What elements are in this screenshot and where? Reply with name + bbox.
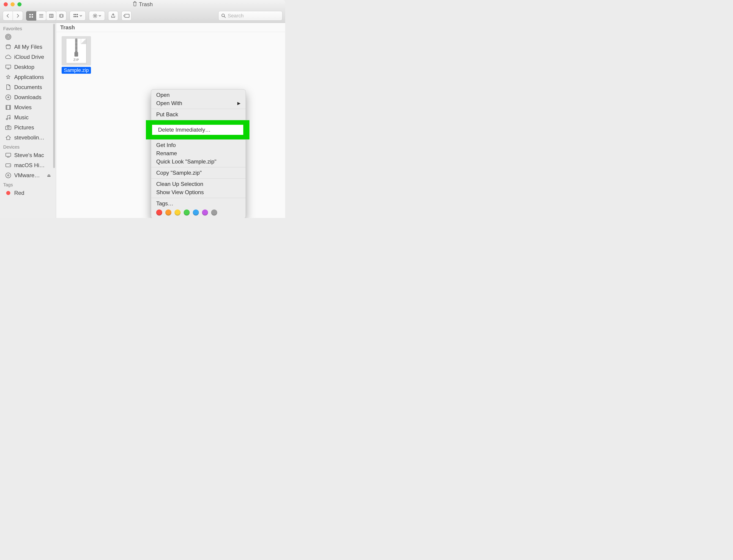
- share-icon: [111, 13, 116, 18]
- tag-color-orange[interactable]: [165, 209, 171, 215]
- svg-rect-15: [77, 14, 78, 15]
- view-icons-button[interactable]: [26, 11, 36, 21]
- path-header: Trash: [56, 23, 285, 32]
- tag-color-purple[interactable]: [202, 209, 208, 215]
- sidebar-item-label: VMware…: [14, 172, 40, 179]
- svg-point-48: [8, 175, 9, 176]
- context-menu: Open Open With ▶ Put Back X Empty Trash …: [151, 89, 246, 218]
- sidebar-item-music[interactable]: Music: [0, 112, 53, 122]
- sidebar-item-downloads[interactable]: Downloads: [0, 92, 53, 102]
- chevron-down-icon: [79, 15, 82, 17]
- all-my-files-icon: [5, 43, 12, 51]
- sidebar-item-all-my-files[interactable]: All My Files: [0, 42, 53, 52]
- sidebar-item-label: Steve's Mac: [14, 152, 44, 158]
- menu-tag-colors: [151, 208, 245, 217]
- forward-button[interactable]: [13, 11, 23, 21]
- tags-button[interactable]: [121, 11, 131, 21]
- menu-item-view-options[interactable]: Show View Options: [151, 188, 245, 196]
- chevron-down-icon: [98, 15, 101, 17]
- window-title-text: Trash: [139, 1, 152, 8]
- sidebar-item-label: Documents: [14, 84, 42, 90]
- file-name-label[interactable]: Sample.zip: [62, 67, 91, 74]
- view-columns-button[interactable]: [46, 11, 56, 21]
- sidebar-item-label: All My Files: [14, 44, 42, 50]
- sidebar-item-airdrop[interactable]: [0, 32, 53, 42]
- tag-color-green[interactable]: [184, 209, 190, 215]
- file-item-sample-zip[interactable]: ZIP Sample.zip: [60, 36, 92, 74]
- menu-item-rename[interactable]: Rename: [151, 149, 245, 158]
- search-field[interactable]: Search: [218, 11, 282, 21]
- svg-rect-14: [75, 14, 76, 15]
- tag-color-red[interactable]: [156, 209, 162, 215]
- svg-point-39: [6, 118, 8, 120]
- svg-rect-43: [6, 153, 11, 156]
- home-icon: [5, 134, 12, 141]
- airdrop-icon: [5, 33, 12, 41]
- svg-rect-2: [29, 16, 31, 18]
- svg-point-40: [9, 118, 10, 119]
- minimize-window-button[interactable]: [11, 2, 15, 6]
- menu-item-tags[interactable]: Tags…: [151, 199, 245, 208]
- pictures-icon: [5, 124, 12, 131]
- sidebar-item-applications[interactable]: Applications: [0, 72, 53, 82]
- svg-rect-13: [73, 14, 75, 15]
- sidebar-item-hdd[interactable]: macOS Hi…: [0, 160, 53, 170]
- share-button[interactable]: [108, 11, 118, 21]
- action-button[interactable]: [89, 11, 105, 21]
- sidebar-item-desktop[interactable]: Desktop: [0, 62, 53, 72]
- sidebar-item-icloud[interactable]: iCloud Drive: [0, 52, 53, 62]
- sidebar-item-movies[interactable]: Movies: [0, 102, 53, 112]
- svg-rect-26: [6, 65, 11, 68]
- sidebar-item-label: Music: [14, 114, 29, 121]
- eject-icon[interactable]: ⏏: [47, 173, 51, 178]
- desktop-icon: [5, 63, 12, 71]
- main-content: Trash ZIP Sample.zip Del: [56, 23, 285, 218]
- applications-icon: [5, 73, 12, 81]
- tag-color-gray[interactable]: [211, 209, 217, 215]
- menu-item-clean-up[interactable]: Clean Up Selection: [151, 180, 245, 188]
- sidebar-item-disc[interactable]: VMware… ⏏: [0, 170, 53, 180]
- view-switcher: [26, 11, 66, 21]
- tag-color-blue[interactable]: [193, 209, 199, 215]
- file-ext-label: ZIP: [73, 58, 79, 62]
- svg-rect-11: [60, 14, 62, 17]
- file-grid[interactable]: ZIP Sample.zip: [56, 32, 285, 78]
- svg-point-19: [94, 15, 96, 16]
- sidebar-item-documents[interactable]: Documents: [0, 82, 53, 92]
- menu-item-delete-immediately[interactable]: Delete Immediately…: [152, 125, 243, 135]
- menu-item-put-back[interactable]: Put Back: [151, 110, 245, 119]
- sidebar-item-tag-red[interactable]: Red: [0, 188, 53, 198]
- tag-color-yellow[interactable]: [174, 209, 180, 215]
- sidebar-scrollbar[interactable]: [53, 24, 55, 168]
- svg-point-42: [7, 127, 9, 129]
- sidebar-item-pictures[interactable]: Pictures: [0, 122, 53, 133]
- close-window-button[interactable]: [4, 2, 8, 6]
- sidebar-item-label: iCloud Drive: [14, 54, 44, 60]
- finder-window: Trash: [0, 0, 285, 218]
- menu-item-copy[interactable]: Copy "Sample.zip": [151, 169, 245, 177]
- menu-separator: [151, 139, 245, 140]
- menu-item-quick-look[interactable]: Quick Look "Sample.zip": [151, 158, 245, 166]
- view-gallery-button[interactable]: [56, 11, 66, 21]
- menu-item-open-with[interactable]: Open With ▶: [151, 99, 245, 107]
- svg-line-22: [224, 16, 225, 18]
- svg-rect-18: [77, 16, 78, 17]
- icloud-icon: [5, 53, 12, 61]
- zoom-window-button[interactable]: [17, 2, 22, 6]
- search-icon: [221, 14, 226, 18]
- svg-rect-1: [32, 14, 33, 15]
- sidebar-item-home[interactable]: stevebolin…: [0, 133, 53, 143]
- instruction-highlight: Delete Immediately…: [146, 120, 249, 139]
- sidebar-section-devices: Devices: [0, 143, 53, 150]
- sidebar-item-mac[interactable]: Steve's Mac: [0, 150, 53, 160]
- svg-point-24: [6, 35, 10, 39]
- music-icon: [5, 114, 12, 121]
- view-list-button[interactable]: [36, 11, 46, 21]
- back-button[interactable]: [3, 11, 13, 21]
- arrange-button[interactable]: [70, 11, 86, 21]
- file-icon: ZIP: [62, 36, 91, 65]
- menu-item-get-info[interactable]: Get Info: [151, 141, 245, 149]
- menu-item-open[interactable]: Open: [151, 91, 245, 99]
- sidebar-item-label: macOS Hi…: [14, 162, 45, 169]
- svg-point-21: [222, 14, 224, 17]
